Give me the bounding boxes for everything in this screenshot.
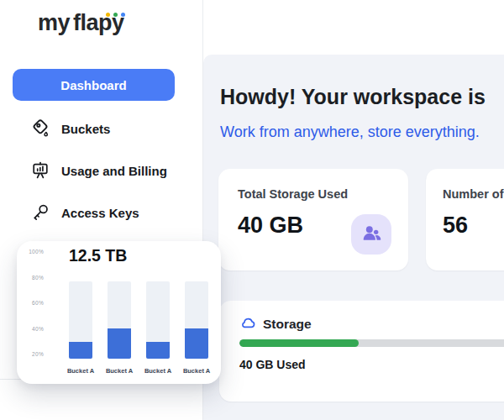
cloud-icon bbox=[239, 316, 256, 333]
stat-label: Total Storage Used bbox=[238, 187, 348, 201]
storage-progress-bar bbox=[239, 339, 504, 347]
x-axis-label: Bucket A bbox=[62, 367, 99, 375]
users-icon-badge bbox=[351, 214, 391, 255]
y-axis-tick: 20% bbox=[22, 351, 44, 357]
page-title: Howdy! Your workspace is bbox=[220, 85, 486, 109]
chart-title: 12.5 TB bbox=[69, 246, 127, 265]
logo-dot-green-icon bbox=[113, 13, 118, 17]
stat-value: 40 GB bbox=[238, 213, 303, 239]
logo[interactable]: myflapy bbox=[38, 10, 155, 40]
x-axis-label: Bucket A bbox=[101, 367, 138, 375]
storage-progress-fill bbox=[239, 339, 359, 347]
storage-card: Storage 40 GB Used bbox=[219, 301, 504, 402]
page-subtitle: Work from anywhere, store everything. bbox=[220, 123, 480, 141]
users-icon bbox=[360, 223, 383, 246]
dashboard-button-label: Dashboard bbox=[60, 78, 126, 92]
y-axis-tick: 100% bbox=[22, 249, 44, 255]
storage-section-title: Storage bbox=[263, 317, 312, 332]
y-axis-tick: 60% bbox=[22, 300, 44, 306]
logo-dot-yellow-icon bbox=[106, 13, 110, 17]
billboard-chart-icon bbox=[30, 160, 50, 181]
key-icon bbox=[30, 202, 50, 223]
stat-value: 56 bbox=[443, 213, 468, 239]
x-axis-label: Bucket A bbox=[178, 367, 215, 375]
sidebar-item-buckets[interactable]: Buckets bbox=[30, 118, 110, 139]
usage-chart-card: 12.5 TB 100% 80% 60% 40% 20% Bucket A Bu… bbox=[17, 241, 221, 384]
chart-bar bbox=[146, 281, 170, 359]
chart-bar bbox=[185, 281, 208, 359]
bucket-icon bbox=[30, 118, 50, 139]
sidebar-item-label: Buckets bbox=[61, 122, 110, 136]
sidebar-item-label: Access Keys bbox=[61, 206, 139, 220]
bucket-count-card: Number of Buckets 56 bbox=[426, 169, 504, 270]
sidebar-item-access-keys[interactable]: Access Keys bbox=[30, 202, 139, 223]
storage-used-text: 40 GB Used bbox=[239, 358, 306, 371]
y-axis-tick: 80% bbox=[22, 275, 44, 281]
stat-label: Number of Buckets bbox=[443, 187, 504, 201]
x-axis-label: Bucket A bbox=[139, 367, 176, 375]
sidebar-item-dashboard[interactable]: Dashboard bbox=[13, 69, 175, 101]
chart-bar bbox=[69, 281, 92, 359]
y-axis-tick: 40% bbox=[22, 326, 44, 332]
logo-dots-icon bbox=[106, 13, 125, 17]
logo-dot-blue-icon bbox=[121, 13, 125, 17]
sidebar-item-usage-billing[interactable]: Usage and Billing bbox=[30, 160, 167, 181]
logo-text: myflapy bbox=[38, 10, 155, 36]
sidebar-item-label: Usage and Billing bbox=[61, 164, 167, 178]
total-storage-card: Total Storage Used 40 GB bbox=[218, 169, 408, 270]
chart-bar bbox=[108, 281, 131, 359]
